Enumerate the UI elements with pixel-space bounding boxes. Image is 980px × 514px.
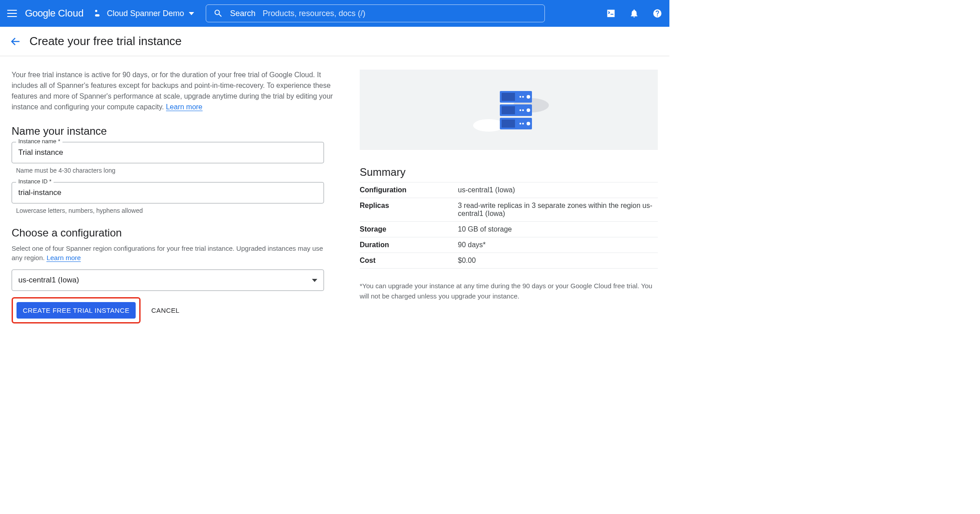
- intro-text: Your free trial instance is active for 9…: [12, 70, 333, 112]
- config-select-field: us-central1 (Iowa): [12, 269, 333, 291]
- summary-key: Storage: [360, 222, 458, 237]
- summary-key: Replicas: [360, 198, 458, 222]
- svg-rect-16: [502, 120, 515, 128]
- summary-key: Configuration: [360, 182, 458, 198]
- logo-cloud: Cloud: [58, 8, 83, 19]
- actions-row: CREATE FREE TRIAL INSTANCE CANCEL: [12, 297, 333, 323]
- svg-point-5: [527, 95, 530, 99]
- summary-table: Configurationus-central1 (Iowa)Replicas3…: [360, 182, 658, 269]
- summary-value: us-central1 (Iowa): [458, 182, 658, 198]
- summary-value: 90 days*: [458, 237, 658, 253]
- cloud-shell-icon[interactable]: [606, 8, 616, 18]
- instance-name-input[interactable]: [12, 142, 324, 163]
- instance-name-label: Instance name *: [16, 138, 62, 145]
- notifications-icon[interactable]: [629, 8, 639, 18]
- project-name: Cloud Spanner Demo: [107, 9, 184, 18]
- chevron-down-icon: [189, 12, 194, 15]
- summary-row: Replicas3 read-write replicas in 3 separ…: [360, 198, 658, 222]
- intro-learn-more-link[interactable]: Learn more: [166, 103, 203, 111]
- svg-point-10: [522, 109, 524, 111]
- form-column: Your free trial instance is active for 9…: [12, 70, 333, 323]
- name-section-title: Name your instance: [12, 125, 333, 137]
- summary-column: Summary Configurationus-central1 (Iowa)R…: [360, 70, 658, 323]
- summary-value: 3 read-write replicas in 3 separate zone…: [458, 198, 658, 222]
- server-illustration: [360, 70, 658, 150]
- config-selected-value: us-central1 (Iowa): [18, 276, 79, 285]
- svg-point-6: [527, 108, 530, 112]
- summary-row: Storage10 GB of storage: [360, 222, 658, 237]
- summary-value: $0.00: [458, 253, 658, 269]
- svg-point-8: [522, 96, 524, 98]
- project-icon: [95, 10, 102, 17]
- cancel-button[interactable]: CANCEL: [151, 307, 179, 314]
- search-label: Search: [230, 9, 256, 18]
- menu-icon[interactable]: [7, 8, 18, 19]
- svg-point-7: [527, 122, 530, 125]
- summary-row: Configurationus-central1 (Iowa): [360, 182, 658, 198]
- svg-rect-14: [502, 93, 515, 101]
- instance-id-input[interactable]: [12, 182, 324, 203]
- content: Your free trial instance is active for 9…: [0, 56, 669, 337]
- config-section-title: Choose a configuration: [12, 227, 333, 239]
- svg-point-1: [473, 119, 504, 132]
- search-box[interactable]: Search Products, resources, docs (/): [206, 4, 545, 22]
- highlight-box: CREATE FREE TRIAL INSTANCE: [12, 297, 141, 323]
- titlebar: Create your free trial instance: [0, 27, 669, 56]
- config-select[interactable]: us-central1 (Iowa): [12, 269, 324, 291]
- logo-google: Google: [25, 8, 55, 19]
- svg-point-13: [519, 123, 521, 124]
- instance-id-label: Instance ID *: [16, 178, 54, 185]
- help-icon[interactable]: [652, 8, 662, 18]
- search-icon: [213, 8, 223, 18]
- summary-row: Cost$0.00: [360, 253, 658, 269]
- google-cloud-logo[interactable]: Google Cloud: [25, 8, 83, 19]
- svg-rect-15: [502, 106, 515, 114]
- top-header: Google Cloud Cloud Spanner Demo Search P…: [0, 0, 669, 27]
- summary-footnote: *You can upgrade your instance at any ti…: [360, 281, 658, 301]
- summary-key: Duration: [360, 237, 458, 253]
- header-right: [606, 8, 662, 18]
- config-desc: Select one of four Spanner region config…: [12, 244, 333, 262]
- instance-name-hint: Name must be 4-30 characters long: [16, 167, 333, 174]
- chevron-down-icon: [312, 279, 317, 282]
- page-title: Create your free trial instance: [29, 34, 182, 48]
- svg-point-11: [519, 109, 521, 111]
- create-instance-button[interactable]: CREATE FREE TRIAL INSTANCE: [17, 302, 136, 319]
- summary-value: 10 GB of storage: [458, 222, 658, 237]
- summary-row: Duration90 days*: [360, 237, 658, 253]
- summary-key: Cost: [360, 253, 458, 269]
- instance-name-field: Instance name *: [12, 142, 333, 163]
- svg-point-12: [522, 123, 524, 124]
- back-arrow-icon[interactable]: [10, 36, 21, 47]
- instance-id-hint: Lowercase letters, numbers, hyphens allo…: [16, 207, 333, 214]
- search-placeholder: Products, resources, docs (/): [263, 9, 365, 18]
- svg-point-9: [519, 96, 521, 98]
- config-learn-more-link[interactable]: Learn more: [46, 254, 81, 262]
- summary-title: Summary: [360, 166, 658, 178]
- instance-id-field: Instance ID *: [12, 182, 333, 203]
- project-picker[interactable]: Cloud Spanner Demo: [91, 6, 198, 21]
